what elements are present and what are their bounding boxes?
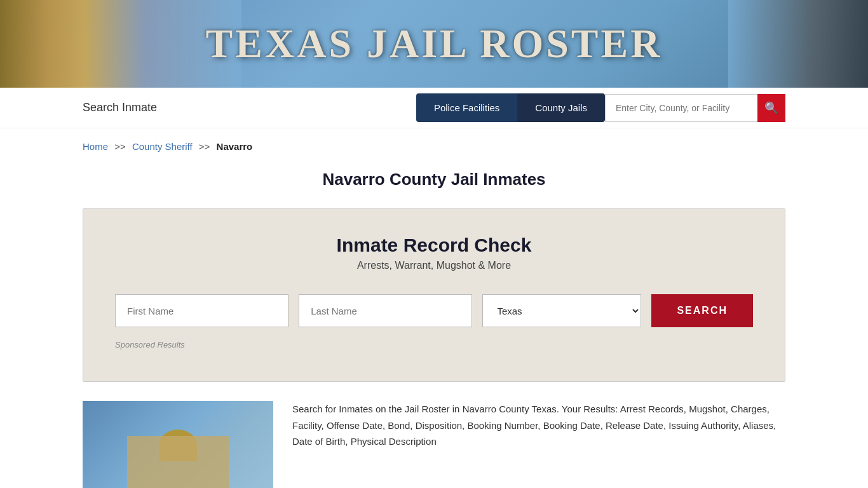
bottom-section: Search for Inmates on the Jail Roster in… bbox=[0, 382, 868, 488]
breadcrumb-current: Navarro bbox=[217, 141, 253, 152]
record-search-row: AlabamaAlaskaArizonaArkansasCaliforniaCo… bbox=[115, 294, 753, 327]
breadcrumb-sep-2: >> bbox=[199, 141, 210, 152]
nav-bar: Search Inmate Police Facilities County J… bbox=[0, 88, 868, 128]
site-title: Texas Jail Roster bbox=[206, 20, 663, 67]
record-check-subtitle: Arrests, Warrant, Mugshot & More bbox=[115, 260, 753, 271]
facility-search-input[interactable] bbox=[605, 94, 757, 122]
county-jails-button[interactable]: County Jails bbox=[517, 93, 605, 122]
first-name-input[interactable] bbox=[115, 294, 288, 327]
nav-right-section: Police Facilities County Jails 🔍 bbox=[416, 93, 785, 122]
record-check-box: Inmate Record Check Arrests, Warrant, Mu… bbox=[83, 208, 785, 382]
breadcrumb-county-sheriff[interactable]: County Sheriff bbox=[132, 141, 193, 152]
sponsored-results-label: Sponsored Results bbox=[115, 340, 753, 349]
breadcrumb-home[interactable]: Home bbox=[83, 141, 108, 152]
breadcrumb: Home >> County Sheriff >> Navarro bbox=[0, 128, 868, 158]
search-inmate-label: Search Inmate bbox=[83, 101, 157, 114]
page-title: Navarro County Jail Inmates bbox=[0, 158, 868, 208]
state-select[interactable]: AlabamaAlaskaArizonaArkansasCaliforniaCo… bbox=[482, 294, 641, 327]
header-banner: Texas Jail Roster bbox=[0, 0, 868, 88]
record-search-button[interactable]: SEARCH bbox=[651, 294, 753, 327]
bottom-description: Search for Inmates on the Jail Roster in… bbox=[292, 401, 785, 450]
breadcrumb-sep-1: >> bbox=[114, 141, 126, 152]
jail-image bbox=[728, 0, 868, 88]
police-facilities-button[interactable]: Police Facilities bbox=[416, 93, 517, 122]
record-check-title: Inmate Record Check bbox=[115, 234, 753, 256]
last-name-input[interactable] bbox=[299, 294, 472, 327]
navarro-building-image bbox=[83, 401, 273, 488]
search-icon: 🔍 bbox=[764, 101, 778, 115]
facility-search-button[interactable]: 🔍 bbox=[757, 94, 785, 122]
building-body bbox=[127, 436, 229, 488]
